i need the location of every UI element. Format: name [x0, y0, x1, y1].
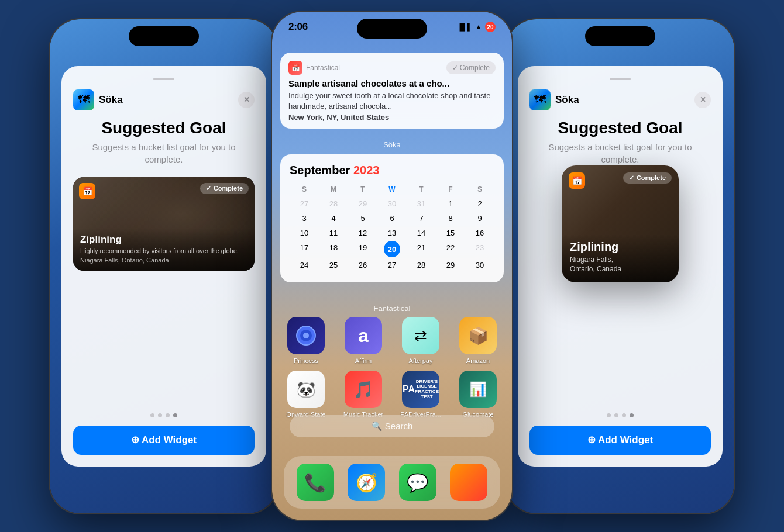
- cal-6: 6: [377, 212, 407, 225]
- app-label-princess: Princess: [294, 357, 318, 365]
- wifi-icon: ▲: [475, 23, 482, 31]
- cal-21: 21: [407, 241, 436, 257]
- widget-goal-desc-left: Highly recommended by visitors from all …: [80, 247, 247, 255]
- svg-point-2: [303, 333, 309, 338]
- cal-7: 7: [407, 212, 436, 225]
- drag-handle-right: [610, 78, 631, 80]
- signal-icon: ▐▌▌: [458, 23, 473, 31]
- dock-icon-multi[interactable]: [450, 464, 487, 501]
- widget-badge-left: ✓ Complete: [200, 183, 249, 194]
- cal-15: 15: [436, 226, 465, 240]
- app-icon-onward: 🐼: [287, 371, 325, 408]
- close-button-left[interactable]: ✕: [238, 92, 255, 108]
- add-widget-button-left[interactable]: ⊕ Add Widget: [73, 426, 255, 455]
- dot-indicators-right: [607, 413, 634, 417]
- cal-2: 2: [465, 197, 494, 210]
- notification-card[interactable]: 📅 Fantastical ✓ Complete Sample artisana…: [280, 53, 504, 129]
- notification-header: 📅 Fantastical ✓ Complete: [288, 61, 496, 75]
- app-item-glucomate[interactable]: 📊 Glucomate: [452, 371, 504, 419]
- cal-1: 1: [436, 197, 465, 210]
- app-icon-amazon: 📦: [459, 317, 497, 354]
- notif-app-name: Fantastical: [306, 64, 446, 72]
- cal-28b: 28: [407, 258, 436, 272]
- cal-26: 26: [348, 258, 377, 272]
- widget-app-icon-left: 📅: [79, 183, 95, 199]
- status-icons: ▐▌▌ ▲ 20: [458, 22, 496, 32]
- cal-day-t2: T: [407, 183, 436, 196]
- dock-icon-messages[interactable]: 💬: [399, 464, 436, 501]
- notif-complete-button[interactable]: ✓ Complete: [446, 61, 496, 74]
- app-item-pa[interactable]: PA DRIVER'S LICENSEPRACTICE TEST PADrive…: [395, 371, 446, 419]
- calendar-widget: September 2023 S M T W T F S 27 28 29 30: [280, 154, 504, 282]
- widget-panel-left: Söka ✕ Suggested Goal Suggests a bucket …: [61, 66, 266, 467]
- cal-day-f: F: [436, 183, 465, 196]
- widget-card-right: 📅 ✓ Complete Ziplining Niagara Falls,Ont…: [562, 165, 679, 282]
- cal-22: 22: [436, 241, 465, 257]
- app-item-music[interactable]: 🎵 Music Tracker: [338, 371, 389, 419]
- widget-card-location: Niagara Falls,Ontario, Canada: [570, 255, 670, 274]
- dynamic-island-right: [585, 26, 655, 46]
- dot-3-left: [166, 413, 170, 417]
- app-item-affirm[interactable]: a Affirm: [338, 317, 389, 365]
- soka-icon-left: [73, 89, 94, 110]
- cal-31: 31: [407, 197, 436, 210]
- app-label-affirm: Affirm: [355, 357, 372, 365]
- close-button-right[interactable]: ✕: [694, 92, 711, 108]
- cal-11: 11: [319, 226, 348, 240]
- notif-app-icon: 📅: [288, 61, 302, 75]
- widget-subtitle-left: Suggests a bucket list goal for you to c…: [73, 141, 255, 165]
- widget-card-app-icon: 📅: [569, 172, 585, 189]
- app-label-amazon: Amazon: [466, 357, 490, 365]
- notification-count-badge: 20: [485, 22, 496, 32]
- widget-card-title: Ziplining: [570, 240, 670, 254]
- widget-title-left: Suggested Goal: [101, 119, 226, 137]
- dot-2-right: [614, 413, 618, 417]
- app-grid: Princess a Affirm ⇄ Afterpay 📦 Amazon 🐼 …: [280, 317, 504, 419]
- soka-icon-right: [529, 89, 551, 110]
- cal-16: 16: [465, 226, 494, 240]
- app-icon-affirm: a: [345, 317, 382, 354]
- widget-goal-title-left: Ziplining: [80, 234, 247, 246]
- widget-preview-right: 📅 ✓ Complete Ziplining Niagara Falls,Ont…: [529, 177, 711, 271]
- app-item-afterpay[interactable]: ⇄ Afterpay: [395, 317, 446, 365]
- cal-day-w: W: [377, 183, 407, 196]
- cal-23: 23: [465, 241, 494, 257]
- search-bar[interactable]: 🔍 Search: [290, 415, 494, 437]
- cal-20-today: 20: [384, 241, 400, 257]
- dot-1-right: [607, 413, 611, 417]
- app-icon-music: 🎵: [345, 371, 382, 408]
- notif-body: Indulge your sweet tooth at a local choc…: [288, 91, 496, 112]
- widget-goal-loc-left: Niagara Falls, Ontario, Canada: [80, 257, 247, 264]
- dot-3-right: [622, 413, 626, 417]
- cal-8: 8: [436, 212, 465, 225]
- app-item-amazon[interactable]: 📦 Amazon: [452, 317, 504, 365]
- dynamic-island-left: [129, 26, 199, 46]
- app-label-afterpay: Afterpay: [409, 357, 433, 365]
- widget-title-right: Suggested Goal: [558, 119, 682, 137]
- svg-point-0: [297, 326, 315, 345]
- app-icon-glucomate: 📊: [459, 371, 497, 408]
- add-widget-button-right[interactable]: ⊕ Add Widget: [529, 426, 711, 455]
- dock-icon-phone[interactable]: 📞: [297, 464, 334, 501]
- app-item-onward[interactable]: 🐼 Onward State: [280, 371, 332, 419]
- app-icon-pa: PA DRIVER'S LICENSEPRACTICE TEST: [402, 371, 439, 408]
- dock-icon-safari[interactable]: 🧭: [348, 464, 385, 501]
- cal-10: 10: [290, 226, 319, 240]
- cal-29: 29: [348, 197, 377, 210]
- cal-day-s1: S: [290, 183, 319, 196]
- cal-28: 28: [319, 197, 348, 210]
- cal-day-t1: T: [348, 183, 377, 196]
- calendar-header: September 2023: [290, 164, 494, 177]
- widget-content-left: Ziplining Highly recommended by visitors…: [73, 228, 255, 270]
- app-item-princess[interactable]: Princess: [280, 317, 332, 365]
- widget-card-content: Ziplining Niagara Falls,Ontario, Canada: [562, 234, 679, 282]
- cal-4: 4: [319, 212, 348, 225]
- app-name-right: Söka: [555, 94, 694, 106]
- widget-subtitle-right: Suggests a bucket list goal for you to c…: [529, 141, 711, 165]
- svg-point-1: [300, 330, 312, 341]
- dot-2-left: [158, 413, 162, 417]
- right-phone: Söka ✕ Suggested Goal Suggests a bucket …: [506, 19, 734, 513]
- cal-27: 27: [290, 197, 319, 210]
- widget-panel-right: Söka ✕ Suggested Goal Suggests a bucket …: [518, 66, 723, 467]
- cal-18: 18: [319, 241, 348, 257]
